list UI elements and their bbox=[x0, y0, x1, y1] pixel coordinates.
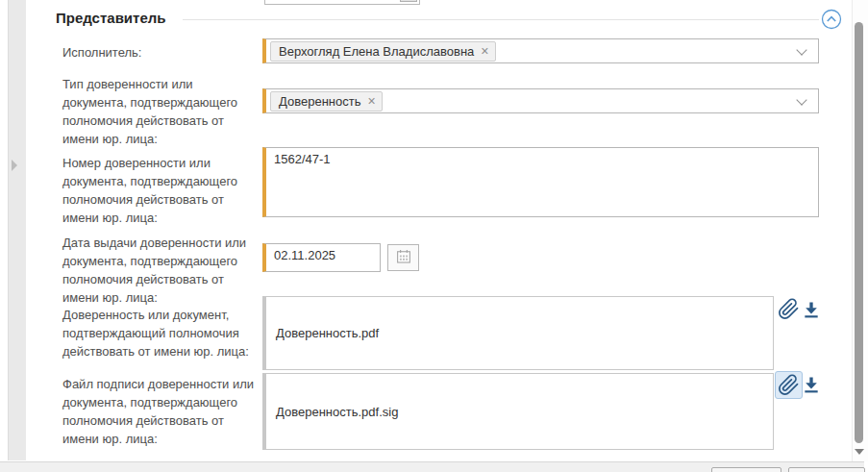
poa-signature-filename: Доверенность.pdf.sig bbox=[276, 405, 398, 419]
poa-type-tag-text: Доверенность bbox=[279, 94, 360, 109]
poa-type-select[interactable]: Доверенность × bbox=[262, 88, 819, 113]
chevron-down-icon[interactable] bbox=[796, 94, 806, 105]
poa-number-input[interactable]: 1562/47-1 bbox=[262, 147, 819, 217]
download-icon bbox=[802, 308, 821, 322]
download-file-button[interactable] bbox=[802, 300, 821, 319]
collapse-section-button[interactable] bbox=[820, 9, 843, 32]
expand-panel-icon bbox=[12, 160, 17, 171]
executor-select[interactable]: Верхогляд Елена Владиславовна × bbox=[262, 38, 819, 63]
partial-footer-button-2[interactable] bbox=[788, 467, 865, 472]
partial-field-button[interactable] bbox=[400, 0, 417, 2]
poa-signature-label: Файл подписи доверенности или документа,… bbox=[62, 375, 270, 448]
partial-top-field[interactable] bbox=[264, 0, 420, 5]
poa-date-label: Дата выдачи доверенности или документа, … bbox=[62, 234, 270, 307]
executor-tag: Верхогляд Елена Владиславовна × bbox=[270, 41, 496, 62]
attach-file-button[interactable] bbox=[778, 298, 800, 320]
poa-number-label: Номер доверенности или документа, подтве… bbox=[62, 154, 270, 227]
section-title: Представитель bbox=[56, 10, 166, 26]
remove-tag-icon[interactable]: × bbox=[367, 94, 375, 108]
poa-document-filename: Доверенность.pdf bbox=[276, 326, 379, 340]
partial-footer-button-1[interactable] bbox=[711, 467, 781, 472]
paperclip-icon bbox=[778, 385, 800, 399]
section-divider bbox=[183, 19, 819, 20]
poa-type-tag: Доверенность × bbox=[270, 91, 383, 112]
calendar-icon bbox=[395, 248, 412, 268]
calendar-button[interactable] bbox=[387, 244, 419, 271]
executor-tag-text: Верхогляд Елена Владиславовна bbox=[279, 44, 474, 59]
attach-signature-button[interactable] bbox=[775, 371, 803, 399]
poa-document-field[interactable]: Доверенность.pdf bbox=[262, 296, 774, 370]
poa-number-value: 1562/47-1 bbox=[274, 152, 331, 166]
scrollbar-thumb[interactable] bbox=[855, 22, 863, 443]
remove-tag-icon[interactable]: × bbox=[481, 44, 488, 58]
download-icon bbox=[802, 383, 821, 397]
left-panel-splitter[interactable] bbox=[8, 0, 26, 460]
poa-signature-field[interactable]: Доверенность.pdf.sig bbox=[262, 373, 774, 450]
poa-date-input[interactable]: 02.11.2025 bbox=[262, 243, 381, 272]
paperclip-icon bbox=[778, 309, 800, 323]
executor-label: Исполнитель: bbox=[62, 43, 270, 62]
download-signature-button[interactable] bbox=[802, 375, 821, 394]
scrollbar-down-arrow[interactable] bbox=[855, 449, 864, 455]
poa-document-label: Доверенность или документ, подтверждающи… bbox=[62, 306, 270, 360]
chevron-up-circle-icon bbox=[821, 18, 842, 33]
poa-date-value: 02.11.2025 bbox=[274, 248, 335, 262]
poa-type-label: Тип доверенности или документа, подтверж… bbox=[62, 75, 270, 148]
form-screen: Представитель Исполнитель: Верхогляд Еле… bbox=[0, 0, 868, 472]
chevron-down-icon[interactable] bbox=[796, 44, 806, 55]
